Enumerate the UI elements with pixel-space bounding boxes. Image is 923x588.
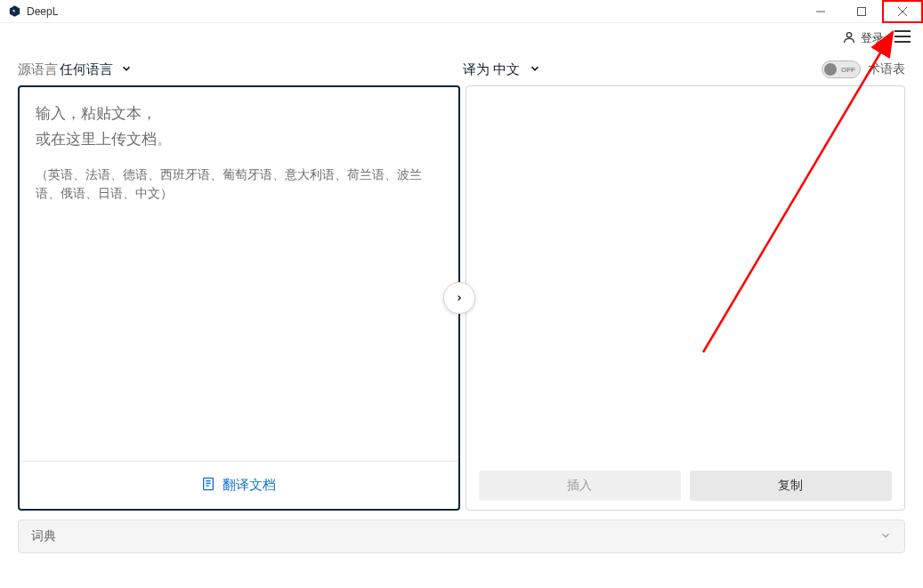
translation-panels: 输入，粘贴文本， 或在这里上传文档。 （英语、法语、德语、西班牙语、葡萄牙语、意… (0, 85, 923, 511)
source-language-label: 源语言 (18, 61, 58, 78)
login-label: 登录 (861, 30, 884, 46)
glossary-area: OFF 术语表 (822, 60, 905, 78)
menu-button[interactable] (895, 30, 911, 46)
app-title: DeepL (27, 5, 58, 18)
target-language-label: 译为 (463, 61, 490, 78)
placeholder-line-2: 或在这里上传文档。 (36, 127, 442, 153)
dictionary-label: 词典 (31, 528, 56, 544)
dictionary-bar[interactable]: 词典 (18, 520, 905, 553)
toggle-knob (824, 63, 837, 76)
source-placeholder: 输入，粘贴文本， 或在这里上传文档。 (36, 101, 442, 153)
user-icon (842, 30, 856, 47)
supported-languages-hint: （英语、法语、德语、西班牙语、葡萄牙语、意大利语、荷兰语、波兰语、俄语、日语、中… (36, 165, 442, 203)
language-selector-row: 源语言 任何语言 译为 中文 OFF 术语表 (0, 53, 923, 85)
insert-button[interactable]: 插入 (479, 471, 681, 501)
source-language-selector[interactable]: 源语言 任何语言 (18, 61, 133, 78)
app-icon (7, 4, 21, 19)
close-button[interactable] (882, 0, 923, 23)
login-button[interactable]: 登录 (842, 30, 884, 47)
chevron-down-icon (879, 529, 892, 544)
minimize-button[interactable] (800, 0, 841, 23)
target-output (466, 86, 905, 462)
source-panel: 输入，粘贴文本， 或在这里上传文档。 （英语、法语、德语、西班牙语、葡萄牙语、意… (18, 85, 460, 511)
chevron-down-icon (120, 62, 133, 77)
target-language-selector[interactable]: 译为 中文 (463, 61, 541, 78)
translate-document-button[interactable]: 翻译文档 (201, 476, 276, 495)
source-language-value: 任何语言 (60, 61, 113, 78)
glossary-toggle[interactable]: OFF (822, 60, 861, 78)
target-panel-footer: 插入 复制 (466, 462, 905, 510)
copy-button[interactable]: 复制 (690, 471, 892, 501)
swap-languages-button[interactable] (443, 282, 475, 314)
svg-point-4 (846, 32, 851, 36)
chevron-down-icon (529, 62, 541, 77)
svg-rect-1 (858, 7, 866, 15)
translate-document-label: 翻译文档 (223, 477, 276, 494)
source-input[interactable]: 输入，粘贴文本， 或在这里上传文档。 （英语、法语、德语、西班牙语、葡萄牙语、意… (20, 87, 458, 461)
placeholder-line-1: 输入，粘贴文本， (36, 101, 442, 127)
target-language-value: 中文 (493, 61, 520, 78)
target-panel: 插入 复制 (466, 85, 906, 511)
titlebar: DeepL (0, 0, 923, 23)
source-panel-footer: 翻译文档 (20, 461, 458, 509)
glossary-label: 术语表 (868, 61, 905, 77)
header: 登录 (0, 23, 923, 53)
maximize-button[interactable] (841, 0, 882, 23)
window-controls (800, 0, 923, 23)
document-icon (201, 476, 215, 495)
toggle-state-label: OFF (841, 66, 855, 74)
